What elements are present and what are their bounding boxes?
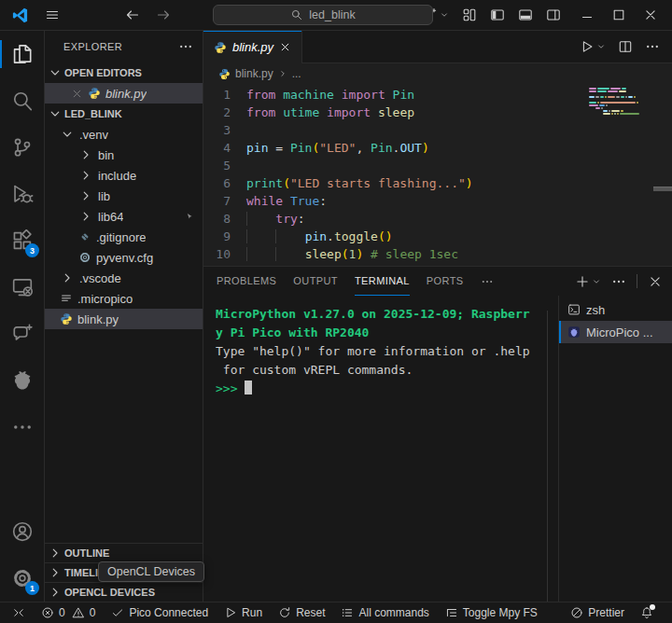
status-toggle-mpy-fs[interactable]: Toggle Mpy FS [441, 602, 542, 623]
activity-item-run-debug[interactable] [0, 171, 44, 217]
code-line[interactable]: 8 try: [203, 210, 672, 228]
panel-tabs-more-button[interactable] [481, 275, 494, 288]
code-line[interactable]: 10 sleep(1) # sleep 1sec [203, 245, 672, 263]
toggle-panel-button[interactable] [518, 7, 533, 22]
tree-item-blink-py[interactable]: blink.py [45, 309, 203, 329]
minimap[interactable] [589, 88, 651, 116]
activity-item-remote-explorer[interactable] [0, 264, 44, 311]
status-all-commands[interactable]: All commands [336, 602, 433, 623]
project-root-header[interactable]: LED_BLINK [45, 104, 203, 124]
menu-icon[interactable] [45, 7, 60, 22]
code-line[interactable]: 3 [203, 121, 672, 139]
status-remote[interactable] [7, 602, 30, 623]
tab-blink-py[interactable]: blink.py [203, 31, 302, 63]
status-pico-connected[interactable]: Pico Connected [106, 602, 213, 623]
activity-item-source-control[interactable] [0, 124, 44, 171]
code-line[interactable]: 5 [203, 157, 672, 174]
panel-tab-output[interactable]: OUTPUT [293, 267, 338, 296]
search-icon [290, 8, 303, 21]
activity-item-extensions[interactable]: 3 [0, 217, 44, 264]
terminal-viewport[interactable]: MicroPython v1.27.0 on 2025-12-09; Raspb… [203, 296, 559, 602]
chevron-down-icon[interactable] [592, 277, 601, 286]
activity-item-search[interactable] [0, 77, 44, 124]
status-label: Run [242, 606, 262, 619]
plus-icon[interactable] [575, 274, 590, 289]
activity-item-raspberry-pi[interactable] [0, 357, 44, 404]
minimap-line [589, 102, 651, 104]
command-center-search[interactable]: led_blink [213, 5, 433, 25]
terminal-tab-MicroPico-[interactable]: MicroPico ... [559, 321, 672, 343]
explorer-more-button[interactable] [178, 39, 193, 54]
status-run[interactable]: Run [219, 602, 267, 623]
activity-item-explorer[interactable] [0, 31, 44, 77]
activity-item-account[interactable] [0, 508, 44, 555]
check-icon [111, 606, 124, 619]
tree-item-label: lib [98, 189, 110, 203]
panel-tab-problems[interactable]: PROBLEMS [217, 267, 276, 296]
open-editor-blink.py[interactable]: blink.py [45, 83, 203, 104]
tree-item-label: bin [98, 148, 114, 162]
section-label: OUTLINE [64, 547, 109, 559]
run-python-file-button[interactable] [580, 39, 606, 54]
panel-tab-ports[interactable]: PORTS [427, 267, 464, 296]
titlebar: led_blink [0, 0, 672, 31]
activity-bar: 31 [0, 31, 45, 602]
minimize-button[interactable] [580, 7, 595, 22]
panel-more-icon[interactable] [611, 274, 626, 289]
section-outline[interactable]: OUTLINE [45, 543, 203, 562]
activity-item-settings[interactable]: 1 [0, 555, 44, 602]
close-tab-icon[interactable] [279, 41, 291, 53]
maximize-button[interactable] [611, 7, 626, 22]
chevron-right-icon [48, 546, 63, 561]
code-line[interactable]: 4pin = Pin("LED", Pin.OUT) [203, 139, 672, 157]
chevron-right-icon [78, 188, 93, 203]
play-icon [580, 39, 595, 54]
section-opencl-devices[interactable]: OPENCL DEVICES [45, 582, 203, 602]
tree-item-include[interactable]: include [45, 165, 203, 186]
pico-icon [567, 325, 581, 339]
code-line[interactable]: 6print("LED starts flashing...") [203, 174, 672, 192]
terminal-line: MicroPython v1.27.0 on 2025-12-09; Raspb… [216, 305, 558, 324]
code-line[interactable]: 7while True: [203, 192, 672, 210]
close-panel-icon[interactable] [648, 274, 663, 289]
tree-item--vscode[interactable]: .vscode [45, 268, 203, 288]
code-line[interactable]: 9 pin.toggle() [203, 228, 672, 245]
breadcrumb[interactable]: blink.py ... [203, 63, 672, 84]
editor-scrollbar[interactable] [653, 187, 672, 191]
customize-layout-button[interactable] [462, 7, 477, 22]
status-reset[interactable]: Reset [273, 602, 329, 623]
chevron-down-icon [48, 106, 63, 121]
new-terminal-button[interactable] [575, 274, 601, 289]
activity-item-chat[interactable] [0, 311, 44, 357]
tree-item--gitignore[interactable]: .gitignore [45, 227, 203, 247]
panel-tab-terminal[interactable]: TERMINAL [355, 267, 410, 296]
minimap-line [589, 107, 651, 109]
terminal-tab-zsh[interactable]: zsh [559, 298, 672, 321]
activity-item-more[interactable] [0, 404, 44, 450]
tree-item-lib64[interactable]: lib64 [45, 206, 203, 227]
tree-item-pyvenv-cfg[interactable]: pyvenv.cfg [45, 247, 203, 268]
editor-more-button[interactable] [645, 39, 660, 54]
more-icon [11, 416, 34, 438]
tree-item--micropico[interactable]: .micropico [45, 288, 203, 309]
status-prettier[interactable]: Prettier [566, 606, 629, 619]
tree-item--venv[interactable]: .venv [45, 124, 203, 145]
split-editor-button[interactable] [618, 39, 633, 54]
status-bell[interactable] [636, 606, 658, 619]
close-window-button[interactable] [643, 7, 658, 22]
toggle-sidebar-button[interactable] [490, 7, 505, 22]
code-editor[interactable]: 1from machine import Pin2from utime impo… [203, 84, 672, 266]
open-editor-label: blink.py [105, 87, 147, 101]
toggle-secondary-sidebar-button[interactable] [546, 7, 561, 22]
python-icon [218, 68, 231, 80]
tree-item-label: .venv [79, 128, 108, 142]
tree-item-lib[interactable]: lib [45, 186, 203, 206]
back-button[interactable] [125, 7, 140, 22]
status-0[interactable]: 00 [36, 602, 100, 623]
terminal-tabs-list: zshMicroPico ... [559, 296, 672, 602]
forward-button[interactable] [156, 7, 171, 22]
code-text: from machine import Pin [246, 86, 414, 104]
open-editors-header[interactable]: OPEN EDITORS [45, 62, 203, 83]
bell-icon [640, 606, 653, 619]
tree-item-bin[interactable]: bin [45, 145, 203, 165]
